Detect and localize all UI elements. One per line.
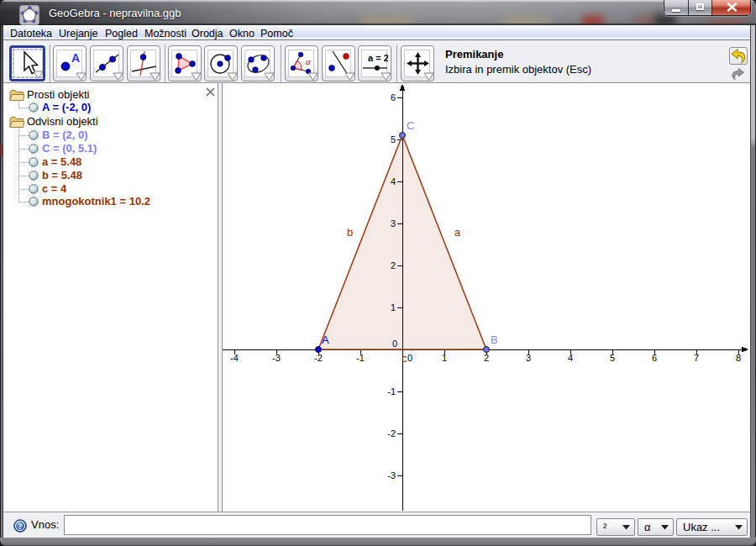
svg-text:5: 5 [391,134,396,144]
svg-text:A: A [71,51,80,65]
svg-text:1: 1 [442,353,447,363]
svg-text:4: 4 [568,353,573,363]
svg-text:-4: -4 [230,353,239,363]
svg-text:5: 5 [610,353,615,363]
svg-text:8: 8 [736,353,741,363]
svg-text:3: 3 [526,353,531,363]
svg-text:-2: -2 [314,353,323,363]
svg-text:6: 6 [652,353,657,363]
svg-text:2: 2 [484,353,489,363]
svg-text:b: b [347,226,353,239]
svg-text:-3: -3 [387,470,396,480]
svg-text:α: α [306,56,311,66]
svg-text:a = 2: a = 2 [368,53,388,63]
svg-text:-3: -3 [272,353,281,363]
svg-text:?: ? [18,522,23,531]
svg-text:6: 6 [391,92,396,102]
svg-text:C: C [407,119,414,132]
svg-text:A: A [322,333,329,346]
svg-text:a: a [454,226,461,239]
svg-text:-1: -1 [356,353,365,363]
svg-text:-2: -2 [387,428,396,438]
svg-text:0: 0 [407,353,412,363]
svg-text:7: 7 [694,353,699,363]
svg-text:B: B [491,333,498,346]
svg-text:c: c [402,352,407,365]
svg-text:-1: -1 [387,386,396,396]
